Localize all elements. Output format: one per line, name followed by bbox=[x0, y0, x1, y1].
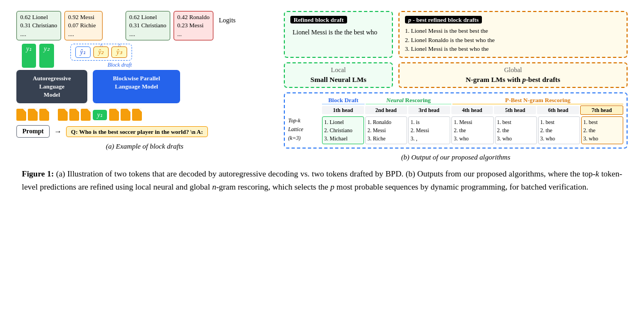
right-top: Refined block draft Lionel Messi is the … bbox=[284, 11, 628, 58]
logit-value-2: 0.92 Messi0.07 Richie.... bbox=[68, 13, 99, 38]
data-col-2: 1. Ronaldo 2. Messi 3. Riche bbox=[365, 116, 407, 144]
col2-item3: 3. Riche bbox=[367, 134, 405, 143]
topk-label: Top-k Lattice (k=3) bbox=[288, 116, 321, 143]
col3-item3: 3. , bbox=[410, 134, 448, 143]
data-col-5: 1. best 2. the 3. who bbox=[495, 116, 537, 144]
pbest-item-1: 1. Lionel Messi is the best best the bbox=[405, 26, 621, 36]
data-col-3: 1. is 2. Messi 3. , bbox=[408, 116, 450, 144]
global-label: Global bbox=[405, 66, 621, 74]
doc-icon-1 bbox=[16, 109, 26, 121]
figure-caption-text: (a) Illustration of two tokens that are … bbox=[22, 169, 622, 191]
refined-block: Refined block draft Lionel Messi is the … bbox=[284, 11, 393, 58]
prompt-button: Prompt bbox=[16, 125, 50, 138]
logit-box-4: 0.42 Ronaldo0.23 Messi... bbox=[174, 11, 213, 40]
prompt-row: Prompt → Q: Who is the best soccer playe… bbox=[16, 125, 273, 138]
y-token-standalone: y₁ bbox=[93, 110, 107, 120]
global-lm-box: Global N-gram LMs with p-best drafts bbox=[398, 62, 628, 88]
doc-icon-6 bbox=[81, 109, 91, 121]
col7-item3: 3. who bbox=[583, 134, 621, 143]
doc-icon-2 bbox=[28, 109, 38, 121]
block-draft-label-left: Block draft bbox=[70, 62, 132, 68]
col7-item2: 2. the bbox=[583, 126, 621, 134]
doc-icons-right bbox=[58, 109, 91, 121]
data-col-1: 1. Lionel 2. Christiano 3. Michael bbox=[322, 116, 364, 144]
pbest-list: 1. Lionel Messi is the best best the 2. … bbox=[405, 26, 621, 54]
y-token-2: y₂ bbox=[39, 44, 53, 68]
global-lm: N-gram LMs with p-best drafts bbox=[405, 75, 621, 84]
col1-item2: 2. Christiano bbox=[324, 126, 362, 134]
doc-icon-4 bbox=[58, 109, 68, 121]
col3-item2: 2. Messi bbox=[410, 126, 448, 134]
logit-box-1: 0.62 Lionel0.31 Christiano.... bbox=[16, 11, 61, 40]
data-col-4: 1. Messi 2. the 3. who bbox=[451, 116, 493, 144]
local-lm-box: Local Small Neural LMs bbox=[284, 62, 393, 88]
y-token-hat-2: ŷ₂ bbox=[93, 46, 109, 58]
y-token-hat-3: ŷ₃ bbox=[111, 46, 127, 58]
figure-caption: Figure 1: (a) Illustration of two tokens… bbox=[16, 167, 628, 193]
p-italic: p bbox=[408, 16, 412, 23]
nbest-section-title: P-Best N-gram Rescoring bbox=[452, 97, 623, 104]
logit-box-3: 0.62 Lionel0.31 Christiano.... bbox=[126, 11, 170, 40]
col1-item3: 3. Michael bbox=[324, 134, 362, 143]
diagram-row: 0.62 Lionel0.31 Christiano.... 0.92 Mess… bbox=[16, 11, 628, 162]
doc-icon-5 bbox=[69, 109, 79, 121]
local-lm: Small Neural LMs bbox=[290, 75, 386, 84]
lm-labels: Local Small Neural LMs Global N-gram LMs… bbox=[284, 62, 628, 88]
doc-icon-8 bbox=[121, 109, 130, 121]
col7-item1: 1. best bbox=[583, 118, 621, 126]
pbest-block: p - best refined block drafts 1. Lionel … bbox=[398, 11, 628, 58]
refined-block-text: Lionel Messi is the the best who bbox=[290, 26, 386, 39]
head-3: 3rd head bbox=[408, 106, 450, 114]
left-panel: 0.62 Lionel0.31 Christiano.... 0.92 Mess… bbox=[16, 11, 273, 151]
col6-item1: 1. best bbox=[540, 118, 578, 126]
col4-item2: 2. the bbox=[454, 126, 491, 134]
y-tokens-right: ŷ₁ ŷ₂ ŷ₃ bbox=[70, 44, 132, 61]
y-token-1: y₁ bbox=[22, 44, 36, 68]
main-container: 0.62 Lionel0.31 Christiano.... 0.92 Mess… bbox=[0, 0, 644, 204]
col4-item3: 3. who bbox=[454, 134, 491, 143]
block-draft-section-title: Block Draft bbox=[322, 97, 365, 104]
head-7: 7th head bbox=[580, 105, 623, 115]
prompt-text: Q: Who is the best soccer player in the … bbox=[71, 128, 203, 135]
lm1-label: Autoregressive Language Model bbox=[33, 75, 71, 98]
col3-item1: 1. is bbox=[410, 118, 448, 126]
local-label: Local bbox=[290, 66, 386, 74]
data-col-6: 1. best 2. the 3. who bbox=[538, 116, 580, 144]
head-2: 2nd head bbox=[365, 106, 407, 114]
col6-item3: 3. who bbox=[540, 134, 578, 143]
prompt-text-box: Q: Who is the best soccer player in the … bbox=[66, 126, 208, 137]
logit-value-4: 0.42 Ronaldo0.23 Messi... bbox=[177, 13, 210, 38]
doc-icon-9 bbox=[132, 109, 142, 121]
lm-boxes: Autoregressive Language Model Blockwise … bbox=[16, 70, 273, 103]
head-4: 4th head bbox=[451, 106, 493, 114]
col5-item2: 2. the bbox=[497, 126, 535, 134]
col1-item1: 1. Lionel bbox=[324, 118, 362, 126]
doc-icon-7 bbox=[109, 109, 119, 121]
neural-section-title: Neural Rescoring bbox=[366, 97, 451, 104]
col5-item3: 3. who bbox=[497, 134, 535, 143]
pbest-item-3: 3. Lionel Messi is the best who the bbox=[405, 44, 621, 54]
lm-box-blockwise: Blockwise Parallel Language Model bbox=[93, 70, 180, 103]
lattice-section: Block Draft Neural Rescoring P-Best N-gr… bbox=[284, 92, 628, 149]
head-6: 6th head bbox=[537, 106, 579, 114]
col2-item1: 1. Ronaldo bbox=[367, 118, 405, 126]
col6-item2: 2. the bbox=[540, 126, 578, 134]
prompt-arrow: → bbox=[54, 127, 62, 136]
refined-block-title: Refined block draft bbox=[290, 16, 347, 23]
head-5: 5th head bbox=[494, 106, 536, 114]
doc-icons-left bbox=[16, 109, 49, 121]
col4-item1: 1. Messi bbox=[454, 118, 491, 126]
left-caption: (a) Example of block drafts bbox=[16, 142, 273, 151]
logit-value-1: 0.62 Lionel0.31 Christiano.... bbox=[20, 13, 57, 38]
lm-box-autoregressive: Autoregressive Language Model bbox=[16, 70, 87, 103]
logit-value-3: 0.62 Lionel0.31 Christiano.... bbox=[129, 13, 166, 38]
doc-icon-3 bbox=[39, 109, 49, 121]
right-caption: (b) Output of our proposed algorithms bbox=[284, 153, 628, 162]
lm2-label: Blockwise Parallel Language Model bbox=[113, 75, 160, 90]
data-col-7: 1. best 2. the 3. who bbox=[581, 116, 623, 144]
col2-item2: 2. Messi bbox=[367, 126, 405, 134]
right-panel: Refined block draft Lionel Messi is the … bbox=[284, 11, 628, 162]
doc-icons-far-right bbox=[109, 109, 142, 121]
col5-item1: 1. best bbox=[497, 118, 535, 126]
logit-box-2: 0.92 Messi0.07 Richie.... bbox=[64, 11, 103, 40]
